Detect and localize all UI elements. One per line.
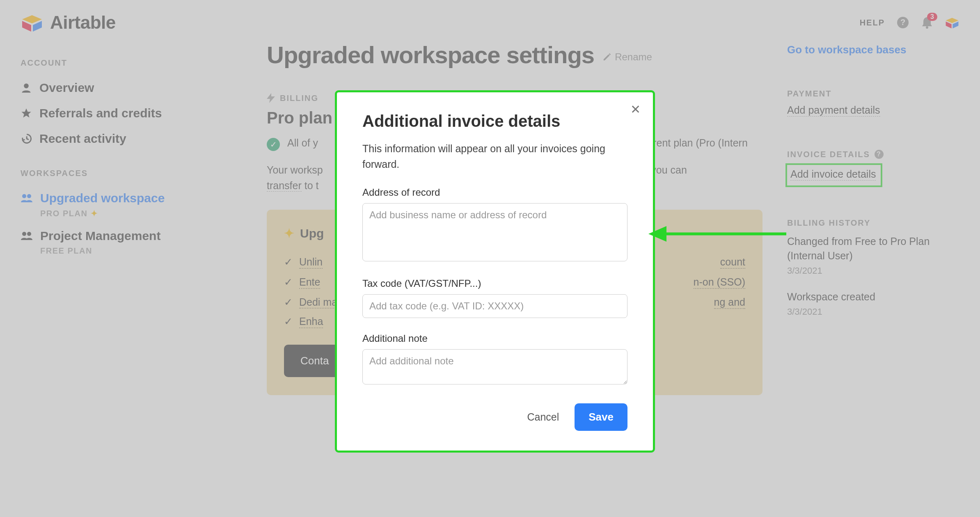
address-input[interactable] (362, 203, 627, 261)
modal-actions: Cancel Save (362, 403, 627, 431)
invoice-details-modal: ✕ Additional invoice details This inform… (337, 92, 653, 451)
modal-desc: This information will appear on all your… (362, 141, 627, 172)
tax-input[interactable] (362, 294, 627, 318)
note-label: Additional note (362, 333, 627, 344)
save-button[interactable]: Save (575, 403, 627, 431)
address-label: Address of record (362, 187, 627, 198)
cancel-button[interactable]: Cancel (527, 411, 559, 423)
close-icon[interactable]: ✕ (630, 102, 641, 117)
tax-label: Tax code (VAT/GST/NFP...) (362, 278, 627, 289)
modal-title: Additional invoice details (362, 112, 627, 130)
note-input[interactable] (362, 349, 627, 384)
app-root: Airtable HELP ? 3 ACCOUNT (0, 0, 980, 517)
